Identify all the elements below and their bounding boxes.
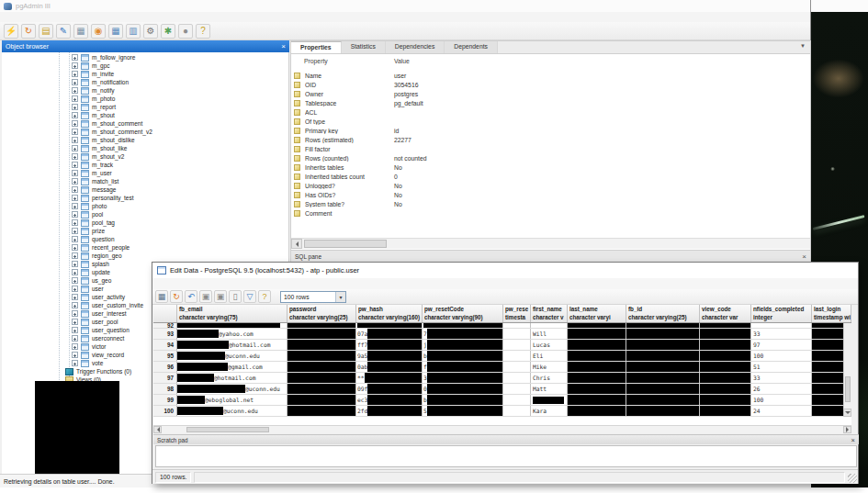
expand-icon[interactable] (72, 211, 78, 218)
property-row[interactable]: Primary key id (291, 126, 810, 135)
tab-dependents[interactable]: Dependents (445, 41, 498, 53)
table-row[interactable]: 100 @uconn.edu 2fd 5 (153, 406, 851, 417)
property-row[interactable]: OID 3054516 (291, 80, 810, 89)
properties-hscrollbar[interactable] (291, 238, 810, 249)
expand-icon[interactable] (72, 178, 78, 185)
pw_hash[interactable]: pw_hash character varying(160) (356, 305, 423, 322)
settings-icon[interactable]: ✱ (161, 24, 175, 39)
expand-icon[interactable] (72, 79, 78, 85)
sql-pane-bar[interactable]: SQL pane × (291, 250, 810, 262)
tree-item[interactable]: photo (2, 202, 288, 210)
tree-item[interactable]: pool_tag (2, 218, 288, 227)
expand-icon[interactable] (72, 71, 78, 77)
property-row[interactable]: Fill factor (291, 144, 810, 153)
pw_resetCode[interactable]: pw_resetCode character varying(90) (423, 305, 503, 322)
expand-icon[interactable] (72, 153, 78, 160)
tab-statistics[interactable]: Statistics (342, 41, 386, 53)
scrollbar-thumb[interactable] (186, 427, 269, 432)
expand-icon[interactable] (72, 269, 78, 275)
expand-icon[interactable] (72, 62, 78, 69)
tree-item[interactable]: m_gpc (2, 62, 288, 70)
connect-icon[interactable]: ⚡ (4, 24, 18, 39)
save-icon[interactable]: ▦ (155, 290, 168, 303)
view-data-icon[interactable]: ▥ (126, 24, 141, 39)
drop-object-icon[interactable]: ▦ (73, 24, 88, 39)
chevron-down-icon[interactable]: ▼ (795, 41, 810, 53)
pw_rese[interactable]: pw_rese timesta (503, 305, 531, 322)
tree-item[interactable]: message (2, 185, 288, 194)
grid-hscrollbar[interactable] (153, 425, 851, 433)
expand-icon[interactable] (72, 327, 78, 333)
tree-item[interactable]: prize (2, 227, 288, 235)
object-browser-header[interactable]: Object browser × (2, 40, 289, 52)
main-titlebar[interactable]: pgAdmin III (0, 0, 810, 12)
fb_id[interactable]: fb_id character varying(25) (626, 305, 700, 322)
table-row[interactable]: 94 @hotmail.com ff7 j (153, 340, 851, 351)
property-row[interactable]: ACL (291, 107, 810, 117)
table-row[interactable]: 97 @hotmail.com ** 3 (153, 373, 851, 384)
tree-item[interactable]: m_invite (2, 70, 288, 78)
scratch-pad-header[interactable]: Scratch pad × (153, 434, 859, 444)
scroll-down-icon[interactable] (843, 409, 851, 417)
edit-data-titlebar[interactable]: Edit Data - PostgreSQL 9.5 (localhost:54… (152, 263, 858, 278)
scroll-right-icon[interactable] (843, 426, 851, 433)
expand-icon[interactable] (72, 310, 78, 317)
tree-item[interactable]: m_track (2, 161, 288, 169)
expand-icon[interactable] (72, 112, 78, 118)
tree-item[interactable]: recent_people (2, 243, 288, 252)
property-row[interactable]: Owner postgres (291, 89, 810, 98)
expand-icon[interactable] (72, 129, 78, 135)
view_code[interactable]: view_code character var (700, 305, 751, 322)
expand-icon[interactable] (72, 343, 78, 350)
password[interactable]: password character varying(25) (287, 305, 356, 322)
table-row[interactable]: 96 @gmail.com 0ab f (153, 362, 851, 373)
tree-item[interactable]: m_photo (2, 95, 288, 103)
expand-icon[interactable] (72, 219, 78, 226)
property-row[interactable]: Unlogged? No (291, 181, 810, 190)
property-row[interactable]: System table? No (291, 199, 810, 208)
expand-icon[interactable] (72, 236, 78, 242)
help-icon[interactable]: ? (258, 290, 271, 303)
property-row[interactable]: Has OIDs? No (291, 190, 810, 199)
tree-item[interactable]: m_shout_comment (2, 119, 288, 128)
property-row[interactable]: Rows (estimated) 22277 (291, 135, 810, 144)
nfields_completed[interactable]: nfields_completed integer (751, 305, 812, 322)
tree-item[interactable]: m_user (2, 169, 288, 177)
scroll-left-icon[interactable] (291, 239, 302, 249)
schemas-icon[interactable]: ▤ (39, 24, 53, 39)
tree-item[interactable]: m_shout_like (2, 144, 288, 152)
expand-icon[interactable] (72, 252, 78, 259)
property-row[interactable]: Tablespace pg_default (291, 98, 810, 107)
expand-icon[interactable] (72, 352, 78, 358)
filter-icon[interactable]: ▽ (243, 290, 256, 303)
scrollbar-thumb[interactable] (304, 240, 387, 248)
tree-item[interactable]: m_shout_v2 (2, 152, 288, 161)
close-icon[interactable]: × (851, 436, 855, 444)
first_name[interactable]: first_name character v (531, 305, 568, 322)
close-icon[interactable]: × (281, 42, 286, 50)
expand-icon[interactable] (72, 294, 78, 300)
expand-icon[interactable] (72, 87, 78, 94)
close-icon[interactable]: × (802, 252, 806, 261)
expand-icon[interactable] (72, 319, 78, 325)
tree-item[interactable]: m_shout_comment_v2 (2, 128, 288, 136)
property-row[interactable]: Inherited tables count 0 (291, 172, 810, 181)
tree-item[interactable]: personality_test (2, 194, 288, 202)
table-row[interactable]: 99 @eboglobal.net ec3 b (153, 395, 851, 406)
expand-icon[interactable] (72, 195, 78, 201)
expand-icon[interactable] (72, 261, 78, 267)
maintenance-icon[interactable]: ⚙ (143, 24, 158, 39)
property-row[interactable]: Inherits tables No (291, 162, 810, 172)
scroll-left-icon[interactable] (153, 426, 162, 433)
tree-item[interactable]: m_shout_dislike (2, 136, 288, 144)
property-row[interactable]: Of type (291, 117, 810, 126)
expand-icon[interactable] (72, 286, 78, 292)
last_login[interactable]: last_login timestamp with (812, 305, 851, 322)
tree-item[interactable]: m_report (2, 103, 288, 111)
table-row[interactable]: 98 @uconn.edu 09f 0 (153, 384, 851, 395)
expand-icon[interactable] (72, 170, 78, 176)
expand-icon[interactable] (72, 145, 78, 151)
expand-icon[interactable] (72, 203, 78, 209)
rows-limit-select[interactable]: 100 rows ▾ (280, 291, 346, 303)
expand-icon[interactable] (72, 335, 78, 342)
